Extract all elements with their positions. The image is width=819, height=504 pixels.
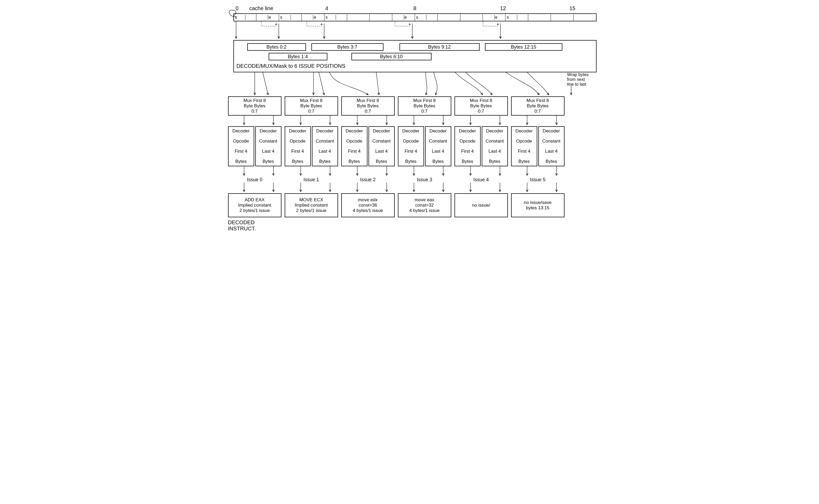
result-box-1: MOVE ECXImplied constant2 bytes/1 issue — [285, 193, 338, 217]
arrow-zone-4 — [228, 166, 597, 177]
decoder-constant-2: DecoderConstantLast 4Bytes — [369, 126, 395, 166]
bytes-1-4: Bytes 1:4 — [269, 53, 327, 60]
cache-line-label: cache line — [249, 5, 273, 11]
mux-box-2: Mux First 8Byte Bytes0:7 — [341, 96, 395, 116]
byte-13 — [528, 14, 551, 21]
tick-15: 15 — [569, 5, 575, 11]
tick-row: 0 cache line 4 8 12 15 — [233, 5, 597, 13]
bytes-9-12: Bytes 9:12 — [399, 43, 480, 51]
decoder-opcode-1: DecoderOpcodeFirst 4Bytes — [285, 126, 311, 166]
cache-line: seseseses — [233, 13, 597, 21]
decoder-opcode-2: DecoderOpcodeFirst 4Bytes — [341, 126, 367, 166]
mux-box-5: Mux First 8Byte Bytes0:7 — [511, 96, 565, 116]
decoder-constant-1: DecoderConstantLast 4Bytes — [312, 126, 338, 166]
byte-ranges-row1: Bytes 0:2 Bytes 3:7 Bytes 9:12 Bytes 12:… — [237, 43, 593, 51]
decoder-pair-0: DecoderOpcodeFirst 4BytesDecoderConstant… — [228, 126, 281, 166]
byte-3: e — [302, 14, 324, 21]
decoder-constant-5: DecoderConstantLast 4Bytes — [538, 126, 565, 166]
bytes-3-7: Bytes 3:7 — [311, 43, 383, 51]
byte-9 — [438, 14, 460, 21]
byte-15 — [574, 14, 596, 21]
arrow-zone-1 — [233, 21, 597, 40]
svg-line-8 — [319, 72, 324, 95]
byte-8: s — [415, 14, 438, 21]
result-box-4: no issue/ — [454, 193, 508, 217]
byte-11: e — [483, 14, 505, 21]
issue-label-0: Issue 0 — [228, 177, 281, 183]
decode-mux-box: Bytes 0:2 Bytes 3:7 Bytes 9:12 Bytes 12:… — [233, 40, 597, 72]
byte-0: s — [234, 14, 257, 21]
byte-12: s — [505, 14, 528, 21]
decoder-opcode-4: DecoderOpcodeFirst 4Bytes — [454, 126, 481, 166]
bytes-0-2: Bytes 0:2 — [247, 43, 306, 51]
mux-row: Mux First 8Byte Bytes0:7Mux First 8Byte … — [228, 96, 597, 116]
decoder-opcode-3: DecoderOpcodeFirst 4Bytes — [398, 126, 424, 166]
mux-box-3: Mux First 8Byte Bytes0:7 — [398, 96, 451, 116]
result-box-0: ADD EAXImplied constant2 bytes/1 issue — [228, 193, 281, 217]
tick-8: 8 — [413, 5, 416, 11]
arrow-zone-3 — [228, 116, 597, 126]
result-box-2: move edxconst=364 bytes/1 issue — [341, 193, 395, 217]
svg-line-9 — [376, 72, 379, 95]
byte-4: s — [324, 14, 347, 21]
bytes-6-10: Bytes 6:10 — [351, 53, 432, 60]
decoder-pair-3: DecoderOpcodeFirst 4BytesDecoderConstant… — [398, 126, 451, 166]
footer-label: DECODED INSTRUCT. — [228, 219, 597, 232]
decode-label: DECODE/MUX/Mask to 6 ISSUE POSITIONS — [237, 63, 593, 69]
byte-6 — [370, 14, 392, 21]
issue-label-5: Issue 5 — [511, 177, 565, 183]
tick-4: 4 — [325, 5, 328, 11]
decoder-pair-1: DecoderOpcodeFirst 4BytesDecoderConstant… — [285, 126, 338, 166]
byte-14 — [551, 14, 574, 21]
decoder-constant-3: DecoderConstantLast 4Bytes — [425, 126, 451, 166]
mux-box-4: Mux First 8Byte Bytes0:7 — [454, 96, 508, 116]
result-row: ADD EAXImplied constant2 bytes/1 issueMO… — [228, 193, 597, 217]
issue-label-1: Issue 1 — [285, 177, 338, 183]
decoder-row: DecoderOpcodeFirst 4BytesDecoderConstant… — [228, 126, 597, 166]
byte-2: s — [279, 14, 302, 21]
decoder-pair-5: DecoderOpcodeFirst 4BytesDecoderConstant… — [511, 126, 565, 166]
diagram-root: 0 cache line 4 8 12 15 seseseses — [223, 5, 597, 232]
decoder-pair-2: DecoderOpcodeFirst 4BytesDecoderConstant… — [341, 126, 395, 166]
byte-10 — [460, 14, 483, 21]
issue-label-3: Issue 3 — [398, 177, 451, 183]
decoder-pair-4: DecoderOpcodeFirst 4BytesDecoderConstant… — [454, 126, 508, 166]
decoder-constant-0: DecoderConstantLast 4Bytes — [255, 126, 281, 166]
mux-box-0: Mux First 8Byte Bytes0:7 — [228, 96, 281, 116]
issue-label-row: Issue 0Issue 1Issue 2Issue 3Issue 4Issue… — [228, 177, 597, 183]
decoder-constant-4: DecoderConstantLast 4Bytes — [482, 126, 508, 166]
svg-line-6 — [263, 72, 268, 95]
decoder-opcode-0: DecoderOpcodeFirst 4Bytes — [228, 126, 254, 166]
byte-ranges-row2: Bytes 1:4 Bytes 6:10 — [237, 53, 593, 61]
tick-0: 0 — [236, 5, 238, 11]
bytes-12-15: Bytes 12:15 — [485, 43, 562, 51]
arrow-zone-2: Wrap bytes from next line to last — [233, 72, 597, 96]
tick-12: 12 — [500, 5, 506, 11]
byte-7: e — [392, 14, 415, 21]
mux-box-1: Mux First 8Byte Bytes0:7 — [285, 96, 338, 116]
byte-5 — [347, 14, 370, 21]
decoder-opcode-5: DecoderOpcodeFirst 4Bytes — [511, 126, 537, 166]
issue-label-4: Issue 4 — [454, 177, 508, 183]
issue-label-2: Issue 2 — [341, 177, 395, 183]
arrow-zone-5 — [228, 183, 597, 193]
result-box-5: no issue/savebytes 13:15 — [511, 193, 565, 217]
result-box-3: move eaxconst=324 bytes/1 issue — [398, 193, 451, 217]
wrap-bytes-note: Wrap bytes from next line to last — [567, 72, 599, 87]
byte-1: e — [256, 14, 279, 21]
